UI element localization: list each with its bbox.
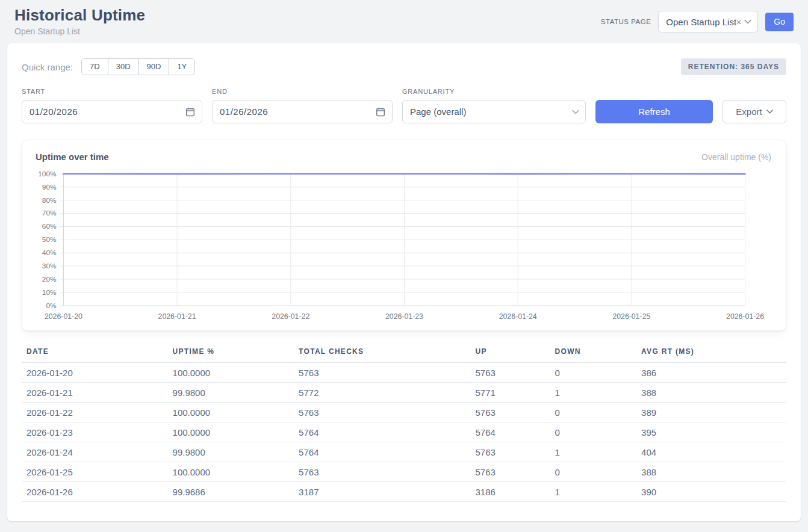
page-title: Historical Uptime (14, 6, 145, 25)
quick-range-row: Quick range: 7D30D90D1Y RETENTION: 365 D… (22, 58, 786, 75)
table-cell: 5764 (294, 422, 470, 442)
quick-range-7d-button[interactable]: 7D (82, 59, 108, 75)
table-cell: 2026-01-20 (22, 363, 168, 383)
uptime-table-body: 2026-01-20100.00005763576303862026-01-21… (22, 363, 786, 502)
table-cell: 5763 (294, 403, 470, 422)
table-cell: 404 (636, 442, 786, 462)
table-cell: 0 (550, 462, 637, 482)
granularity-select[interactable]: Page (overall) (402, 100, 586, 123)
table-cell: 5763 (470, 363, 550, 383)
retention-badge: RETENTION: 365 DAYS (681, 58, 786, 75)
svg-text:2026-01-21: 2026-01-21 (158, 312, 196, 321)
chart-title: Uptime over time (36, 152, 109, 162)
chevron-down-icon (572, 110, 579, 114)
table-cell: 5763 (294, 462, 470, 482)
svg-text:2026-01-26: 2026-01-26 (726, 312, 764, 321)
table-cell: 5771 (470, 383, 550, 403)
svg-text:2026-01-22: 2026-01-22 (272, 312, 309, 321)
table-row: 2026-01-23100.0000576457640395 (22, 422, 786, 442)
quick-range-group: 7D30D90D1Y (81, 58, 195, 75)
table-cell: 3187 (294, 482, 470, 502)
table-cell: 100.0000 (168, 462, 294, 482)
table-cell: 0 (550, 403, 637, 422)
quick-range-1y-button[interactable]: 1Y (169, 59, 194, 75)
header-controls: STATUS PAGE Open Startup List × Go (601, 11, 794, 32)
svg-text:10%: 10% (42, 288, 57, 297)
col-uptime: UPTIME % (168, 345, 294, 363)
svg-text:80%: 80% (42, 196, 57, 205)
end-date-field: END (212, 88, 393, 123)
clear-icon[interactable]: × (736, 17, 742, 27)
status-page-select[interactable]: Open Startup List × (658, 11, 758, 32)
quick-range-90d-button[interactable]: 90D (138, 59, 169, 75)
col-down: DOWN (550, 345, 637, 363)
title-block: Historical Uptime Open Startup List (14, 6, 145, 36)
col-date: DATE (22, 345, 168, 363)
table-cell: 5763 (470, 462, 550, 482)
start-date-input[interactable] (22, 100, 202, 123)
table-row: 2026-01-2199.9800577257711388 (22, 383, 786, 403)
col-up: UP (470, 345, 550, 363)
export-label: Export (736, 107, 762, 117)
chart-header: Uptime over time Overall uptime (%) (36, 152, 771, 162)
table-row: 2026-01-2499.9800576457631404 (22, 442, 786, 462)
svg-text:2026-01-25: 2026-01-25 (612, 312, 650, 321)
svg-text:20%: 20% (42, 275, 57, 283)
table-cell: 5764 (294, 442, 470, 462)
svg-text:60%: 60% (42, 222, 57, 230)
filters-row: START END GRANULARITY Page (overall) Ref… (22, 88, 786, 123)
chart-legend: Overall uptime (%) (701, 152, 771, 162)
table-row: 2026-01-25100.0000576357630388 (22, 462, 786, 482)
table-cell: 389 (636, 403, 786, 422)
refresh-button[interactable]: Refresh (595, 100, 713, 123)
table-cell: 0 (550, 363, 637, 383)
chevron-down-icon (766, 110, 773, 114)
chevron-down-icon (744, 19, 751, 24)
uptime-table: DATE UPTIME % TOTAL CHECKS UP DOWN AVG R… (22, 345, 786, 502)
table-cell: 2026-01-21 (22, 383, 168, 403)
page-header: Historical Uptime Open Startup List STAT… (0, 0, 808, 43)
table-cell: 99.9686 (168, 482, 294, 502)
go-button[interactable]: Go (765, 13, 794, 31)
table-cell: 100.0000 (168, 363, 294, 383)
page-subtitle: Open Startup List (14, 26, 145, 36)
svg-text:2026-01-20: 2026-01-20 (45, 312, 82, 321)
table-cell: 100.0000 (168, 403, 294, 422)
table-cell: 388 (636, 383, 786, 403)
table-cell: 5772 (294, 383, 470, 403)
table-cell: 2026-01-23 (22, 422, 168, 442)
table-cell: 2026-01-24 (22, 442, 168, 462)
table-cell: 395 (636, 422, 786, 442)
svg-text:90%: 90% (42, 183, 57, 191)
table-cell: 390 (636, 482, 786, 502)
table-cell: 2026-01-26 (22, 482, 168, 502)
table-cell: 100.0000 (168, 422, 294, 442)
svg-text:100%: 100% (38, 170, 57, 178)
export-button[interactable]: Export (723, 100, 786, 123)
granularity-selected-value: Page (overall) (410, 107, 572, 117)
col-avg-rt: AVG RT (MS) (636, 345, 786, 363)
quick-range-label: Quick range: (22, 62, 73, 72)
status-page-label: STATUS PAGE (601, 18, 651, 25)
svg-text:50%: 50% (42, 235, 57, 244)
start-date-field: START (22, 88, 202, 123)
start-label: START (22, 88, 202, 95)
quick-range-30d-button[interactable]: 30D (108, 59, 138, 75)
table-cell: 1 (550, 482, 637, 502)
main-card: Quick range: 7D30D90D1Y RETENTION: 365 D… (7, 43, 801, 521)
svg-text:2026-01-23: 2026-01-23 (385, 312, 423, 321)
uptime-line-chart-svg: 0%10%20%30%40%50%60%70%80%90%100%2026-01… (36, 168, 771, 323)
end-label: END (212, 88, 393, 95)
table-header-row: DATE UPTIME % TOTAL CHECKS UP DOWN AVG R… (22, 345, 786, 363)
table-cell: 0 (550, 422, 637, 442)
table-cell: 99.9800 (168, 442, 294, 462)
end-date-input[interactable] (212, 100, 393, 123)
svg-text:0%: 0% (46, 302, 57, 310)
table-cell: 5763 (470, 403, 550, 422)
uptime-chart-card: Uptime over time Overall uptime (%) 0%10… (22, 140, 786, 331)
granularity-field: GRANULARITY Page (overall) (402, 88, 586, 123)
table-cell: 5763 (294, 363, 470, 383)
svg-text:2026-01-24: 2026-01-24 (499, 312, 537, 321)
granularity-label: GRANULARITY (402, 88, 586, 95)
table-cell: 2026-01-25 (22, 462, 168, 482)
